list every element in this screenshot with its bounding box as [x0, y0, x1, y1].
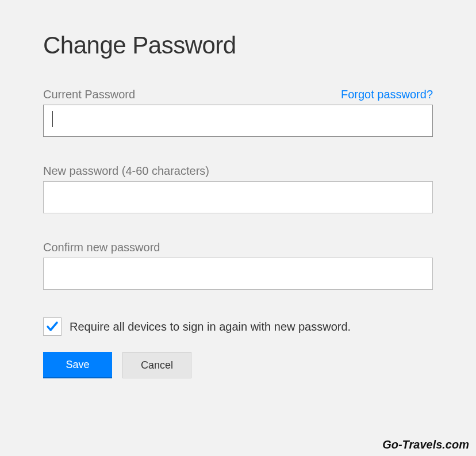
current-password-group: Current Password Forgot password?	[43, 88, 433, 137]
change-password-form: Change Password Current Password Forgot …	[0, 0, 476, 401]
button-row: Save Cancel	[43, 352, 433, 378]
confirm-password-group: Confirm new password	[43, 241, 433, 290]
require-signin-checkbox[interactable]	[43, 317, 62, 336]
confirm-password-input[interactable]	[43, 258, 433, 290]
text-cursor	[52, 111, 53, 127]
new-password-group: New password (4-60 characters)	[43, 164, 433, 213]
require-signin-row: Require all devices to sign in again wit…	[43, 317, 433, 336]
forgot-password-link[interactable]: Forgot password?	[341, 88, 433, 101]
confirm-password-label: Confirm new password	[43, 241, 160, 254]
confirm-password-label-row: Confirm new password	[43, 241, 433, 254]
cancel-button[interactable]: Cancel	[122, 352, 191, 378]
page-title: Change Password	[43, 32, 433, 59]
new-password-input[interactable]	[43, 181, 433, 213]
current-password-input[interactable]	[43, 105, 433, 137]
watermark: Go-Travels.com	[382, 438, 469, 451]
checkmark-icon	[45, 320, 59, 334]
save-button[interactable]: Save	[43, 352, 112, 378]
new-password-label: New password (4-60 characters)	[43, 164, 209, 178]
current-password-label-row: Current Password Forgot password?	[43, 88, 433, 101]
new-password-label-row: New password (4-60 characters)	[43, 164, 433, 178]
current-password-label: Current Password	[43, 88, 135, 101]
require-signin-label: Require all devices to sign in again wit…	[70, 320, 351, 334]
